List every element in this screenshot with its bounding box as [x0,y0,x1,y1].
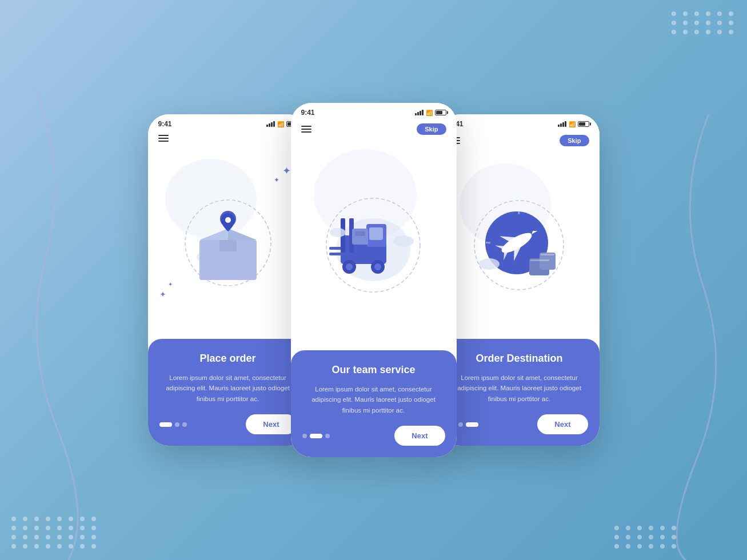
svg-point-22 [393,235,414,247]
card-text-right: Lorem ipsum dolor sit amet, consectetur … [451,373,588,404]
top-nav-left [148,131,308,147]
hamburger-menu-center[interactable] [301,126,311,133]
dot-2-center [310,434,322,438]
star-icon-4: ✦ [168,281,173,287]
illustration-area-right [440,152,600,339]
status-time-center: 9:41 [301,109,315,117]
wifi-icon-center: 📶 [426,110,433,116]
forklift-illustration [323,195,424,295]
card-footer-left: Next [159,414,297,434]
svg-rect-6 [219,240,237,251]
card-title-left: Place order [159,353,297,365]
card-footer-center: Next [302,426,445,446]
svg-point-17 [346,263,353,270]
dot-3-left [182,422,187,427]
svg-point-19 [374,263,381,270]
svg-rect-20 [352,229,368,245]
decoration-dots-tr [672,11,736,34]
signal-icon-left [266,121,275,127]
wifi-icon-right: 📶 [569,121,576,127]
svg-rect-30 [541,254,554,255]
battery-icon-center [435,110,446,115]
signal-icon-center [415,110,424,115]
svg-rect-11 [369,227,383,240]
svg-point-5 [225,217,231,223]
dots-indicator-center [302,434,330,438]
phones-container: 9:41 📶 ✦ ✦ ✦ ✦ [148,103,600,457]
phone-left: 9:41 📶 ✦ ✦ ✦ ✦ [148,114,308,446]
top-nav-right: Skip [440,131,600,152]
battery-icon-right [578,121,589,127]
next-button-center[interactable]: Next [394,426,445,446]
dot-3-center [325,434,330,438]
status-icons-right: 📶 [558,121,589,127]
status-time-left: 9:41 [158,120,172,128]
phone-right: 9:41 📶 Skip [440,114,600,446]
status-icons-center: 📶 [415,110,446,116]
illustration-area-center [291,141,457,350]
package-illustration [182,197,274,289]
dot-1-center [302,434,307,438]
card-title-center: Our team service [302,364,445,376]
dot-2-left [175,422,179,427]
card-text-left: Lorem ipsum dolor sit amet, consectetur … [159,373,297,404]
next-button-right[interactable]: Next [537,414,588,434]
status-bar-center: 9:41 📶 [291,103,457,120]
bottom-card-center: Our team service Lorem ipsum dolor sit a… [291,350,457,457]
svg-point-31 [479,258,500,270]
card-text-center: Lorem ipsum dolor sit amet, consectetur … [302,384,445,415]
phone-center: 9:41 📶 Skip [291,103,457,457]
svg-point-23 [330,228,346,237]
svg-rect-13 [329,253,343,255]
skip-button-right[interactable]: Skip [560,135,589,146]
status-bar-left: 9:41 📶 [148,114,308,131]
top-nav-center: Skip [291,120,457,141]
hamburger-menu-left[interactable] [158,135,169,142]
svg-rect-21 [355,231,365,236]
decoration-dots-bl [11,517,98,549]
airplane-illustration [472,198,566,293]
signal-icon-right [558,121,566,127]
status-bar-right: 9:41 📶 [440,114,600,131]
card-footer-right: Next [451,414,588,434]
dots-indicator-left [159,422,187,427]
dot-2-right [458,422,463,427]
star-icon-3: ✦ [159,290,166,299]
card-title-right: Order Destination [451,353,588,365]
svg-rect-29 [530,259,549,261]
decoration-dots-br [614,526,678,549]
illustration-area-left: ✦ ✦ ✦ ✦ [148,147,308,339]
wifi-icon-left: 📶 [277,121,284,127]
star-icon-1: ✦ [282,165,291,177]
dot-1-left [159,422,172,427]
dot-3-right [466,422,478,427]
star-icon-2: ✦ [274,176,279,184]
skip-button-center[interactable]: Skip [417,123,446,135]
bottom-card-right: Order Destination Lorem ipsum dolor sit … [440,339,600,446]
next-button-left[interactable]: Next [246,414,296,434]
bottom-card-left: Place order Lorem ipsum dolor sit amet, … [148,339,308,446]
